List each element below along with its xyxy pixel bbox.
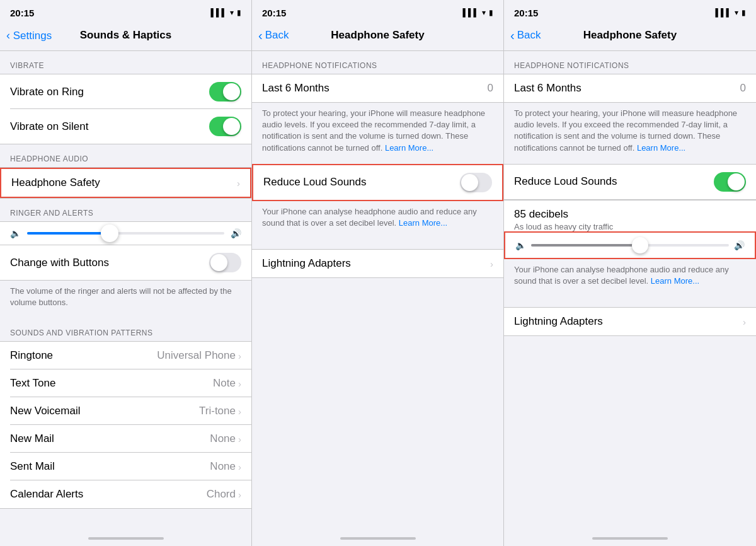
lightning-row-3[interactable]: Lightning Adapters › xyxy=(504,307,756,336)
reduce-toggle-3[interactable] xyxy=(714,172,746,192)
text-tone-row[interactable]: Text Tone Note › xyxy=(0,369,251,397)
section-headphone-audio: HEADPHONE AUDIO xyxy=(0,144,251,167)
sent-mail-row[interactable]: Sent Mail None › xyxy=(0,453,251,480)
lightning-row-2[interactable]: Lightning Adapters › xyxy=(252,249,503,278)
calendar-alerts-label: Calendar Alerts xyxy=(10,488,83,501)
sent-mail-value: None xyxy=(210,460,236,473)
last6-row-2[interactable]: Last 6 Months 0 xyxy=(252,74,503,103)
text-tone-label: Text Tone xyxy=(10,377,55,390)
vibrate-on-ring-row[interactable]: Vibrate on Ring xyxy=(0,74,251,109)
nav-title-2: Headphone Safety xyxy=(331,29,424,42)
new-voicemail-value: Tri-tone xyxy=(199,405,236,417)
scroll-content-3[interactable]: HEADPHONE NOTIFICATIONS Last 6 Months 0 … xyxy=(504,51,756,533)
decibels-title: 85 decibels xyxy=(514,208,746,221)
last6-value-2: 0 xyxy=(488,82,493,95)
vol-slider-container[interactable]: 🔈 🔊 xyxy=(504,231,756,259)
scroll-content-2[interactable]: HEADPHONE NOTIFICATIONS Last 6 Months 0 … xyxy=(252,51,503,533)
headphone-audio-group: Headphone Safety › xyxy=(0,167,251,199)
info-text-content-3: To protect your hearing, your iPhone wil… xyxy=(514,108,737,153)
status-time-3: 20:15 xyxy=(514,8,538,18)
vol-slider-fill xyxy=(531,244,640,247)
change-with-buttons-row[interactable]: Change with Buttons xyxy=(0,245,251,280)
battery-icon: ▮ xyxy=(237,8,241,17)
back-label-2[interactable]: Back xyxy=(265,29,289,42)
vibrate-on-ring-label: Vibrate on Ring xyxy=(10,86,84,98)
reduce-info-2: Your iPhone can analyse headphone audio … xyxy=(252,201,503,239)
battery-icon-2: ▮ xyxy=(489,8,493,17)
new-mail-value-container: None › xyxy=(210,433,241,445)
vol-low-icon: 🔈 xyxy=(515,240,526,250)
info-text-3: To protect your hearing, your iPhone wil… xyxy=(504,103,756,164)
reduce-toggle-2[interactable] xyxy=(460,173,492,192)
new-mail-label: New Mail xyxy=(10,433,54,445)
lightning-label-2: Lightning Adapters xyxy=(262,257,351,270)
bottom-indicator-3 xyxy=(504,533,756,546)
toggle-knob xyxy=(223,83,240,100)
status-bar-3: 20:15 ▌▌▌ ▾ ▮ xyxy=(504,0,756,23)
section-ringer-alerts: RINGER AND ALERTS xyxy=(0,199,251,221)
section-sounds-patterns: SOUNDS AND VIBRATION PATTERNS xyxy=(0,318,251,341)
reduce-label-2: Reduce Loud Sounds xyxy=(263,176,367,189)
toggle-knob-2 xyxy=(223,118,240,135)
text-tone-chevron: › xyxy=(238,378,241,389)
reduce-row-2[interactable]: Reduce Loud Sounds xyxy=(252,164,503,201)
vibrate-on-silent-toggle[interactable] xyxy=(209,117,241,136)
vol-high-icon: 🔊 xyxy=(734,240,745,250)
bottom-indicator-2 xyxy=(252,533,503,546)
sent-mail-chevron: › xyxy=(238,462,241,472)
last6-label-2: Last 6 Months xyxy=(262,82,329,95)
back-label-3[interactable]: Back xyxy=(517,29,541,42)
reduce-learn-more-2[interactable]: Learn More... xyxy=(399,218,447,228)
ringtone-chevron: › xyxy=(238,351,241,361)
text-tone-value: Note xyxy=(213,377,236,390)
scroll-content-1[interactable]: VIBRATE Vibrate on Ring Vibrate on Silen… xyxy=(0,51,251,533)
settings-back-label[interactable]: Settings xyxy=(13,30,52,42)
calendar-alerts-row[interactable]: Calendar Alerts Chord › xyxy=(0,480,251,508)
back-button-2[interactable]: ‹ Back xyxy=(258,29,289,42)
battery-icon-3: ▮ xyxy=(742,8,746,17)
sent-mail-label: Sent Mail xyxy=(10,460,55,473)
last6-row-3[interactable]: Last 6 Months 0 xyxy=(504,74,756,103)
reduce-row-3[interactable]: Reduce Loud Sounds xyxy=(504,164,756,200)
wifi-icon-3: ▾ xyxy=(735,8,738,17)
signal-icon-3: ▌▌▌ xyxy=(715,8,731,17)
ringer-slider-row: 🔈 🔊 xyxy=(10,228,241,238)
headphone-safety-row[interactable]: Headphone Safety › xyxy=(0,168,251,198)
info-text-2: To protect your hearing, your iPhone wil… xyxy=(252,103,503,164)
change-with-buttons-toggle[interactable] xyxy=(209,253,241,272)
vibrate-on-silent-row[interactable]: Vibrate on Silent xyxy=(0,109,251,144)
ringer-slider-thumb xyxy=(101,224,118,242)
panel-headphone-safety-1: 20:15 ▌▌▌ ▾ ▮ ‹ Back Headphone Safety HE… xyxy=(252,0,504,546)
calendar-alerts-chevron: › xyxy=(238,489,241,500)
new-mail-row[interactable]: New Mail None › xyxy=(0,425,251,453)
new-mail-value: None xyxy=(210,433,236,445)
status-icons-3: ▌▌▌ ▾ ▮ xyxy=(715,8,746,17)
nav-bar-2: ‹ Back Headphone Safety xyxy=(252,23,503,50)
ringer-slider-track[interactable] xyxy=(27,232,224,235)
reduce-learn-more-3[interactable]: Learn More... xyxy=(651,276,699,286)
settings-back-button[interactable]: ‹ Settings xyxy=(6,29,52,42)
last6-label-3: Last 6 Months xyxy=(514,82,581,95)
ringer-section: 🔈 🔊 xyxy=(0,221,251,245)
vol-slider-track[interactable] xyxy=(531,244,729,247)
ringtone-value: Universal Phone xyxy=(157,349,236,362)
ringtone-label: Ringtone xyxy=(10,349,53,362)
new-voicemail-label: New Voicemail xyxy=(10,405,81,417)
status-bar-2: 20:15 ▌▌▌ ▾ ▮ xyxy=(252,0,503,23)
toggle-knob-reduce-3 xyxy=(728,173,745,190)
learn-more-link-2[interactable]: Learn More... xyxy=(385,143,433,153)
ringtone-row[interactable]: Ringtone Universal Phone › xyxy=(0,342,251,369)
status-icons-2: ▌▌▌ ▾ ▮ xyxy=(462,8,493,17)
new-voicemail-row[interactable]: New Voicemail Tri-tone › xyxy=(0,397,251,425)
status-time-2: 20:15 xyxy=(262,8,286,18)
panel-headphone-safety-2: 20:15 ▌▌▌ ▾ ▮ ‹ Back Headphone Safety HE… xyxy=(504,0,756,546)
chevron-back-icon-3: ‹ xyxy=(510,29,515,42)
decibels-box: 85 decibels As loud as heavy city traffi… xyxy=(504,200,756,231)
ringer-footer-note: The volume of the ringer and alerts will… xyxy=(0,281,251,318)
bottom-indicator-1 xyxy=(0,533,251,546)
lightning-chevron-3: › xyxy=(743,317,746,327)
learn-more-link-3[interactable]: Learn More... xyxy=(637,143,685,153)
back-button-3[interactable]: ‹ Back xyxy=(510,29,541,42)
vibrate-on-ring-toggle[interactable] xyxy=(209,82,241,102)
new-voicemail-chevron: › xyxy=(238,406,241,417)
